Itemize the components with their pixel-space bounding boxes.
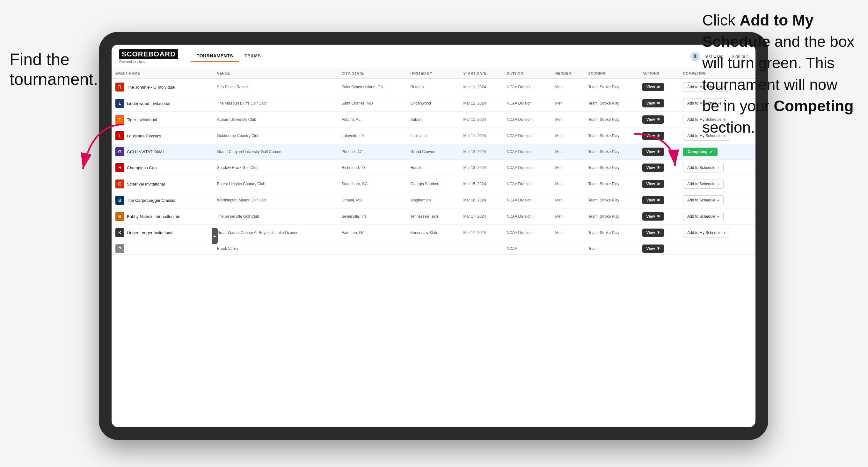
venue-cell: Great Waters Course At Reynolds Lake Oco… [213,225,338,241]
venue-cell: Auburn University Club [213,112,338,128]
hosted-by-cell: Tennessee Tech [406,209,459,225]
col-venue: VENUE [213,68,338,79]
table-row: T Tiger Invitational Auburn University C… [112,112,755,128]
city-cell: Saint Simons Island, GA [338,79,407,95]
gender-cell: Men [552,112,585,128]
view-button[interactable]: View 👁 [642,115,664,124]
date-cell: Mar 17, 2024 [460,209,503,225]
eye-icon: 👁 [657,101,660,105]
sidebar-toggle[interactable]: ▶ [212,228,218,244]
view-button[interactable]: View 👁 [642,83,664,91]
city-cell: Saint Charles, MO [338,95,407,112]
event-name: The Johnnie - O Individual [127,85,175,90]
team-logo: ? [115,244,124,253]
eye-icon: 👁 [657,247,660,251]
col-city-state: CITY, STATE [338,68,407,79]
view-label: View [646,85,655,89]
event-name-cell: R The Johnnie - O Individual [112,79,213,95]
team-logo: R [115,83,124,92]
city-cell [338,241,407,255]
event-name-cell: B The Carpetbagger Classic [112,192,213,209]
city-cell: Statesboro, GA [338,176,407,192]
city-cell: Eatonton, GA [338,225,407,241]
plus-icon: + [717,165,719,170]
actions-col: View 👁 [639,192,679,209]
arrow-right [627,127,685,185]
scoring-cell: Team, Stroke Play [584,192,639,209]
add-to-schedule-button[interactable]: Add to Schedule + [683,179,723,189]
gender-cell [552,241,585,255]
add-schedule-label: Add to Schedule [687,165,715,170]
view-label: View [646,214,655,219]
venue-cell: The Missouri Bluffs Golf Club [213,95,338,112]
competing-button[interactable]: Competing ✓ [683,148,717,156]
add-schedule-label: Add to Schedule [687,182,715,186]
division-cell: NCAA Division I [503,176,551,192]
plus-icon: + [717,214,719,219]
annotation-left: Find the tournament. [9,50,98,89]
eye-icon: 👁 [657,198,660,202]
view-button[interactable]: View 👁 [642,228,664,237]
view-button[interactable]: View 👁 [642,196,664,204]
hosted-by-cell: Louisiana [406,128,459,144]
col-scoring: SCORING [584,68,639,79]
hosted-by-cell: Auburn [406,112,459,128]
nav-tab-teams[interactable]: TEAMS [239,51,267,62]
gender-cell: Men [552,79,585,95]
competing-col: Competing ✓ [679,144,755,160]
event-name-cell: B Bobby Nichols Intercollegiate [112,209,213,225]
division-cell: NCAA [503,241,551,255]
scoring-cell: Team, Stroke Play [584,225,639,241]
date-cell: Mar 16, 2024 [460,192,503,209]
date-cell: Mar 17, 2024 [460,225,503,241]
venue-cell: Oakbourne Country Club [213,128,338,144]
date-cell: Mar 11, 2024 [460,79,503,95]
table-container[interactable]: EVENT NAME VENUE CITY, STATE HOSTED BY S… [112,68,755,427]
competing-col: Add to Schedule + [679,192,755,209]
venue-cell: Worthington Manor Golf Club [213,192,338,209]
eye-icon: 👁 [657,118,660,121]
view-button[interactable]: View 👁 [642,99,664,107]
city-cell: Urbana, MD [338,192,407,209]
check-icon: ✓ [710,150,713,154]
event-name: Linger Longer Invitational [127,230,174,235]
view-button[interactable]: View 👁 [642,212,664,221]
plus-icon: + [723,230,725,235]
event-name-cell: ? [112,241,213,255]
table-header-row: EVENT NAME VENUE CITY, STATE HOSTED BY S… [112,68,755,79]
scoring-cell: Team, Stroke Play [584,79,639,95]
gender-cell: Men [552,209,585,225]
competing-label: Competing [688,150,708,154]
hosted-by-cell: Rutgers [406,79,459,95]
table-row: B The Carpetbagger Classic Worthington M… [112,192,755,209]
view-label: View [646,117,655,122]
table-row: B Bobby Nichols Intercollegiate The Sevi… [112,209,755,225]
nav-tab-tournaments[interactable]: TOURNAMENTS [191,51,239,62]
gender-cell: Men [552,95,585,112]
add-to-schedule-button[interactable]: Add to Schedule + [683,195,723,205]
event-name: Schenkel Invitational [127,182,165,186]
division-cell: NCAA Division I [503,79,551,95]
date-cell: Mar 12, 2024 [460,144,503,160]
view-button[interactable]: View 👁 [642,245,664,253]
venue-cell: The Sevierville Golf Club [213,209,338,225]
gender-cell: Men [552,160,585,176]
city-cell: Phoenix, AZ [338,144,407,160]
add-to-schedule-button[interactable]: Add to Schedule + [683,163,723,173]
add-to-schedule-button[interactable]: Add to My Schedule + [683,228,730,238]
add-to-schedule-button[interactable]: Add to Schedule + [683,212,723,221]
date-cell: Mar 15, 2024 [460,176,503,192]
event-name: Bobby Nichols Intercollegiate [127,214,180,219]
actions-col: View 👁 [639,95,679,112]
team-logo: L [115,99,124,108]
event-name: Lindenwood Invitational [127,101,170,106]
col-actions: ACTIONS [639,68,679,79]
hosted-by-cell: Houston [406,160,459,176]
scoring-cell: Team, [584,241,639,255]
user-avatar: 👤 [690,52,700,61]
table-row: R The Johnnie - O Individual Sea Palms R… [112,79,755,95]
team-logo: B [115,212,124,221]
gender-cell: Men [552,128,585,144]
actions-col: View 👁 [639,112,679,128]
competing-col: Add to My Schedule + [679,225,755,241]
